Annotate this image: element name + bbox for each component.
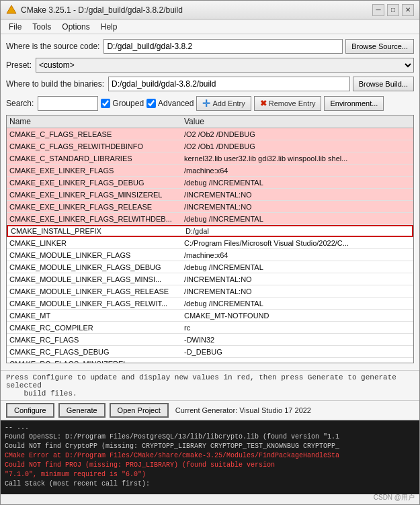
table-row[interactable]: CMAKE_RC_FLAGS-DWIN32 (7, 334, 413, 346)
advanced-checkbox-group[interactable]: Advanced (146, 99, 194, 108)
cell-name: CMAKE_MT (9, 312, 184, 320)
build-input[interactable] (108, 77, 350, 91)
close-button[interactable]: ✕ (402, 4, 414, 16)
cell-value: -DWIN32 (184, 336, 411, 344)
preset-label: Preset: (6, 60, 32, 70)
plus-icon: ✛ (202, 98, 210, 109)
menu-bar: File Tools Options Help (1, 19, 419, 34)
table-row[interactable]: CMAKE_MTCMAKE_MT-NOTFOUND (7, 310, 413, 322)
browse-source-button[interactable]: Browse Source... (345, 39, 414, 54)
log-line: Could NOT find CryptoPP (missing: CRYPTO… (5, 442, 415, 451)
menu-file[interactable]: File (3, 21, 27, 32)
window-title: CMake 3.25.1 - D:/gdal_build/gdal-3.8.2/… (21, 5, 372, 15)
grouped-checkbox[interactable] (101, 99, 110, 108)
table-row[interactable]: CMAKE_MODULE_LINKER_FLAGS_RELEASE/INCREM… (7, 285, 413, 297)
advanced-label: Advanced (158, 99, 194, 108)
cell-name: CMAKE_RC_FLAGS_DEBUG (9, 348, 184, 356)
configure-button[interactable]: Configure (6, 403, 54, 418)
app-icon (6, 5, 17, 15)
table-row[interactable]: CMAKE_INSTALL_PREFIXD:/gdal (7, 225, 413, 237)
table-row[interactable]: CMAKE_EXE_LINKER_FLAGS/machine:x64 (7, 165, 413, 177)
menu-tools[interactable]: Tools (27, 21, 56, 32)
log-line: Could NOT find PROJ (missing: PROJ_LIBRA… (5, 461, 415, 470)
cell-name: CMAKE_RC_FLAGS_MINSIZEREL (9, 360, 184, 364)
table-row[interactable]: CMAKE_RC_FLAGS_DEBUG-D_DEBUG (7, 346, 413, 358)
minimize-button[interactable]: ─ (372, 4, 384, 16)
grouped-checkbox-group[interactable]: Grouped (101, 99, 144, 108)
environment-button[interactable]: Environment... (324, 96, 384, 111)
add-entry-label: Add Entry (212, 99, 245, 107)
cell-value: /INCREMENTAL:NO (184, 275, 411, 283)
preset-row: Preset: <custom> (6, 57, 414, 73)
search-input[interactable] (38, 96, 98, 111)
remove-entry-label: Remove Entry (269, 99, 316, 107)
add-entry-button[interactable]: ✛ Add Entry (196, 96, 251, 111)
cell-name: CMAKE_C_FLAGS_RELWITHDEBINFO (9, 142, 184, 150)
cell-value: /debug /INCREMENTAL (184, 263, 411, 271)
cell-value: kernel32.lib user32.lib gdi32.lib winspo… (184, 154, 411, 163)
table-row[interactable]: CMAKE_C_STANDARD_LIBRARIESkernel32.lib u… (7, 152, 413, 165)
cell-name: CMAKE_RC_COMPILER (9, 324, 184, 332)
main-panel: Where is the source code: Browse Source.… (1, 34, 419, 370)
source-input[interactable] (103, 39, 343, 54)
browse-build-button[interactable]: Browse Build... (353, 77, 414, 91)
log-line: CMake Error at D:/Program Files/CMake/sh… (5, 451, 415, 461)
cell-name: CMAKE_MODULE_LINKER_FLAGS_RELWIT... (9, 300, 184, 308)
cell-name: CMAKE_EXE_LINKER_FLAGS_DEBUG (9, 179, 184, 187)
window-controls: ─ □ ✕ (372, 4, 414, 16)
cell-value: D:/gdal (185, 227, 409, 235)
cell-name: CMAKE_EXE_LINKER_FLAGS (9, 167, 184, 175)
menu-help[interactable]: Help (95, 21, 123, 32)
cell-name: CMAKE_EXE_LINKER_FLAGS_MINSIZEREL (9, 191, 184, 199)
cell-value: C:/Program Files/Microsoft Visual Studio… (184, 239, 411, 247)
menu-options[interactable]: Options (56, 21, 95, 32)
build-row: Where to build the binaries: Browse Buil… (6, 76, 414, 92)
cell-name: CMAKE_INSTALL_PREFIX (11, 227, 185, 235)
cell-name: CMAKE_C_FLAGS_RELEASE (9, 130, 184, 138)
table-row[interactable]: CMAKE_MODULE_LINKER_FLAGS_DEBUG/debug /I… (7, 261, 413, 273)
maximize-button[interactable]: □ (387, 4, 399, 16)
header-name: Name (9, 117, 184, 126)
cell-value: /debug /INCREMENTAL (184, 179, 411, 187)
build-label: Where to build the binaries: (6, 79, 104, 89)
generator-text: Current Generator: Visual Studio 17 2022 (175, 406, 311, 414)
source-label: Where is the source code: (6, 42, 99, 51)
grouped-label: Grouped (112, 99, 144, 108)
search-row: Search: Grouped Advanced ✛ Add Entry ✖ R… (6, 95, 414, 112)
cell-name: CMAKE_LINKER (9, 239, 184, 247)
open-project-button[interactable]: Open Project (110, 403, 169, 418)
cell-value: /debug /INCREMENTAL (184, 300, 411, 308)
x-icon: ✖ (260, 99, 267, 108)
table-row[interactable]: CMAKE_EXE_LINKER_FLAGS_RELWITHDEB.../deb… (7, 213, 413, 225)
cell-value: /INCREMENTAL:NO (184, 203, 411, 211)
cell-value: rc (184, 324, 411, 332)
cell-value: /O2 /Ob2 /DNDEBUG (184, 130, 411, 138)
table-row[interactable]: CMAKE_LINKERC:/Program Files/Microsoft V… (7, 237, 413, 249)
table-row[interactable]: CMAKE_C_FLAGS_RELEASE/O2 /Ob2 /DNDEBUG (7, 128, 413, 140)
cmake-table[interactable]: Name Value CMAKE_C_FLAGS_RELEASE/O2 /Ob2… (6, 115, 414, 363)
cell-value: CMAKE_MT-NOTFOUND (184, 312, 411, 320)
table-row[interactable]: CMAKE_MODULE_LINKER_FLAGS_MINSI.../INCRE… (7, 273, 413, 285)
table-row[interactable]: CMAKE_RC_FLAGS_MINSIZEREL (7, 358, 413, 363)
advanced-checkbox[interactable] (146, 99, 156, 108)
cell-value: /INCREMENTAL:NO (184, 287, 411, 295)
table-row[interactable]: CMAKE_EXE_LINKER_FLAGS_RELEASE/INCREMENT… (7, 201, 413, 213)
table-row[interactable]: CMAKE_EXE_LINKER_FLAGS_DEBUG/debug /INCR… (7, 177, 413, 189)
remove-entry-button[interactable]: ✖ Remove Entry (254, 96, 322, 111)
cell-value: /machine:x64 (184, 251, 411, 259)
cell-value: -D_DEBUG (184, 348, 411, 356)
table-row[interactable]: CMAKE_C_FLAGS_RELWITHDEBINFO/O2 /Ob1 /DN… (7, 140, 413, 152)
header-value: Value (184, 117, 411, 126)
status-bar: Press Configure to update and display ne… (1, 370, 419, 400)
table-row[interactable]: CMAKE_EXE_LINKER_FLAGS_MINSIZEREL/INCREM… (7, 189, 413, 201)
table-row[interactable]: CMAKE_MODULE_LINKER_FLAGS/machine:x64 (7, 249, 413, 261)
cell-name: CMAKE_C_STANDARD_LIBRARIES (9, 154, 184, 163)
cell-name: CMAKE_EXE_LINKER_FLAGS_RELWITHDEB... (9, 215, 184, 223)
title-bar: CMake 3.25.1 - D:/gdal_build/gdal-3.8.2/… (1, 1, 419, 19)
cell-name: CMAKE_MODULE_LINKER_FLAGS_MINSI... (9, 275, 184, 283)
preset-select[interactable]: <custom> (36, 58, 414, 73)
table-row[interactable]: CMAKE_RC_COMPILERrc (7, 322, 413, 334)
table-row[interactable]: CMAKE_MODULE_LINKER_FLAGS_RELWIT.../debu… (7, 297, 413, 310)
generate-button[interactable]: Generate (58, 403, 106, 418)
svg-marker-0 (7, 5, 16, 13)
